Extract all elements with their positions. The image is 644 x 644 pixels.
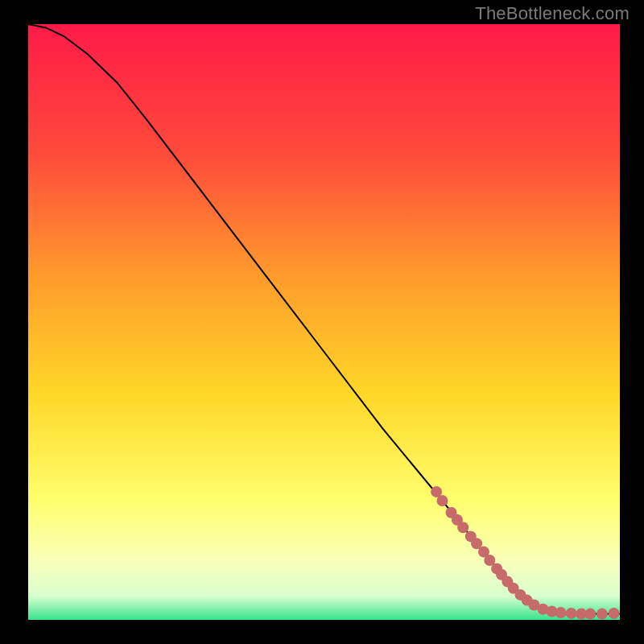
scatter-dot (584, 609, 596, 620)
chart-frame: TheBottleneck.com (0, 0, 644, 644)
scatter-dot (597, 609, 608, 620)
scatter-dot (566, 608, 577, 619)
watermark-label: TheBottleneck.com (475, 3, 630, 24)
scatter-dot (555, 607, 567, 618)
scatter-dot (437, 495, 448, 506)
gradient-panel (28, 24, 620, 620)
chart-svg (0, 0, 644, 644)
scatter-dot (457, 522, 469, 533)
scatter-dot (609, 608, 620, 619)
